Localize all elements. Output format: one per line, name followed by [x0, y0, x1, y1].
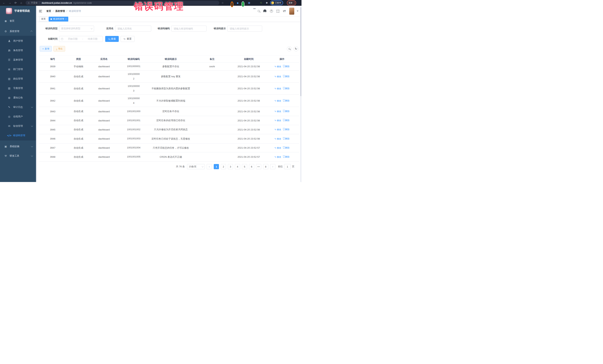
- edit-link[interactable]: ✎修改: [274, 155, 281, 159]
- page-scrollbar[interactable]: [300, 6, 302, 182]
- sidebar-item-menus[interactable]: ☰ 菜单管理: [0, 55, 36, 65]
- error-code-label: 错误码编码: [156, 27, 170, 30]
- edit-link[interactable]: ✎修改: [274, 128, 281, 131]
- browser-menu-icon[interactable]: [294, 2, 294, 4]
- extensions-puzzle-icon[interactable]: ❖: [266, 0, 268, 6]
- close-tab-icon[interactable]: ×: [65, 18, 66, 20]
- date-range-picker[interactable]: 开始日期 - 结束日期: [59, 36, 103, 42]
- edit-link[interactable]: ✎修改: [274, 119, 281, 122]
- page-button-3[interactable]: 3: [228, 164, 233, 169]
- sidebar-item-dictionary[interactable]: ▧ 字典管理: [0, 83, 36, 93]
- edit-link[interactable]: ✎修改: [274, 110, 281, 113]
- scrollbar-thumb[interactable]: [300, 7, 301, 96]
- browser-forward-icon[interactable]: →: [9, 0, 11, 6]
- sidebar-item-posts[interactable]: ▥ 岗位管理: [0, 74, 36, 83]
- paused-extension-pill[interactable]: ☺ 已暂停: [270, 0, 283, 5]
- app-logo-row[interactable]: 芋道管理系统: [0, 6, 36, 14]
- delete-link[interactable]: 删除: [283, 119, 290, 122]
- cell-id: 3940: [39, 71, 66, 82]
- bookmark-star-icon[interactable]: ☆: [221, 0, 224, 6]
- delete-link[interactable]: 删除: [283, 155, 290, 158]
- fullscreen-icon[interactable]: [277, 10, 279, 13]
- sidebar-item-error-code[interactable]: </> 错误码管理: [0, 131, 36, 140]
- page-button-4[interactable]: 4: [235, 164, 240, 169]
- sidebar-item-dev-tools[interactable]: ⚒ 研发工具: [0, 151, 36, 161]
- delete-link[interactable]: 删除: [283, 99, 290, 102]
- edit-link[interactable]: ✎修改: [274, 99, 281, 102]
- cell-app: dashboard: [91, 152, 117, 162]
- online-user-icon: ◎: [8, 115, 11, 118]
- browser-back-icon[interactable]: ←: [3, 0, 5, 6]
- edit-link[interactable]: ✎修改: [274, 65, 281, 68]
- delete-link[interactable]: 删除: [283, 75, 290, 78]
- delete-link[interactable]: 删除: [283, 110, 290, 113]
- export-button[interactable]: ↓ 导出: [53, 46, 65, 52]
- breadcrumb-system[interactable]: 系统管理: [55, 10, 65, 13]
- extension-key-icon[interactable]: ⚿: [259, 0, 264, 6]
- error-type-select[interactable]: 请选择错误码类型: [59, 26, 94, 32]
- github-icon[interactable]: [263, 10, 267, 13]
- extension-gem-icon[interactable]: ◆: [237, 0, 239, 6]
- error-code-input[interactable]: [171, 26, 207, 32]
- search-icon[interactable]: [258, 10, 260, 12]
- sidebar-item-home[interactable]: ◉ 首页: [0, 16, 36, 25]
- show-search-toggle-button[interactable]: [287, 46, 292, 51]
- delete-link[interactable]: 删除: [283, 137, 290, 140]
- extension-green-check-icon[interactable]: ✓: [241, 1, 244, 7]
- edit-link[interactable]: ✎修改: [274, 137, 281, 141]
- error-hint-input[interactable]: [227, 26, 262, 32]
- sidebar-scrollbar[interactable]: [36, 6, 36, 182]
- page-button-5[interactable]: 5: [242, 164, 247, 169]
- refresh-table-button[interactable]: ↻: [293, 46, 299, 51]
- sidebar-item-audit-log[interactable]: ✎ 审计日志: [0, 102, 36, 112]
- cell-id: 3945: [39, 125, 66, 134]
- page-button-8[interactable]: 8: [263, 164, 268, 169]
- user-avatar[interactable]: [289, 8, 294, 15]
- sidebar-item-system[interactable]: ⚙ 系统管理: [0, 27, 36, 36]
- delete-link[interactable]: 删除: [283, 128, 290, 131]
- search-button[interactable]: 搜索: [105, 36, 119, 42]
- avatar-caret-down-icon[interactable]: [297, 11, 299, 12]
- sidebar-item-infrastructure[interactable]: ▣ 基础设施: [0, 142, 36, 151]
- delete-link[interactable]: 删除: [283, 87, 290, 90]
- delete-icon: [283, 66, 285, 67]
- page-button-1[interactable]: 1: [214, 164, 219, 169]
- hamburger-icon[interactable]: [39, 10, 42, 12]
- browser-update-button[interactable]: 更新: [287, 0, 296, 5]
- tab-home[interactable]: 首页: [39, 17, 47, 22]
- page-button-2[interactable]: 2: [221, 164, 226, 169]
- extension-squares-icon[interactable]: ▦: [248, 0, 250, 6]
- sidebar-item-users[interactable]: 用户管理: [0, 36, 36, 46]
- edit-link[interactable]: ✎修改: [274, 146, 281, 150]
- delete-link[interactable]: 删除: [283, 65, 290, 68]
- announcement-icon: ◍: [8, 96, 11, 99]
- app-name-input[interactable]: [115, 26, 151, 32]
- extension-orange-icon[interactable]: [231, 1, 233, 7]
- page-button-6[interactable]: 6: [249, 164, 254, 169]
- prev-page-button[interactable]: ‹: [207, 164, 212, 169]
- delete-link[interactable]: 删除: [283, 146, 290, 149]
- browser-reload-icon[interactable]: ⟳: [14, 0, 17, 6]
- sidebar-item-announcements[interactable]: ◍ 通知公告: [0, 93, 36, 102]
- calendar-icon: [61, 38, 63, 40]
- reset-button[interactable]: ↻ 重置: [121, 36, 135, 42]
- sidebar-item-departments[interactable]: ⊞ 部门管理: [0, 65, 36, 74]
- page-size-select[interactable]: 10条/页: [187, 164, 205, 169]
- next-page-button[interactable]: ›: [270, 164, 275, 169]
- font-size-icon[interactable]: тT: [283, 10, 286, 13]
- extension-list-icon[interactable]: on: [254, 2, 257, 8]
- browser-home-icon[interactable]: ⌂: [20, 0, 22, 6]
- tab-error-code[interactable]: 错误码管理 ×: [49, 17, 68, 22]
- breadcrumb-home[interactable]: 首页: [46, 10, 51, 13]
- help-question-icon[interactable]: ?: [270, 10, 273, 13]
- sidebar-item-roles[interactable]: 角色管理: [0, 46, 36, 55]
- address-bar[interactable]: ⚠ 不安全 │ dashboard.yudao.iocoder.cn/syste…: [26, 1, 219, 5]
- edit-link[interactable]: ✎修改: [274, 75, 281, 78]
- edit-link[interactable]: ✎修改: [274, 87, 281, 90]
- more-pages-button[interactable]: •••: [256, 164, 261, 169]
- add-button[interactable]: + 新增: [40, 46, 52, 52]
- goto-page-input[interactable]: [284, 164, 291, 169]
- sidebar-item-online-users[interactable]: ◎ 在线用户: [0, 112, 36, 121]
- delete-icon: [283, 129, 285, 130]
- sidebar-item-sms[interactable]: ✉ 短信管理: [0, 121, 36, 131]
